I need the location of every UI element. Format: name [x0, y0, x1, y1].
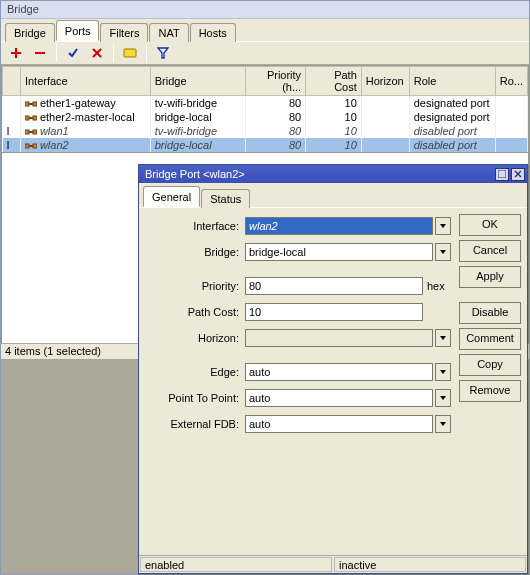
- interface-dropdown[interactable]: [435, 217, 451, 235]
- svg-rect-14: [498, 170, 506, 178]
- svg-rect-1: [124, 49, 136, 57]
- disable-icon[interactable]: [86, 43, 108, 63]
- separator: [56, 44, 57, 62]
- tab-hosts[interactable]: Hosts: [190, 23, 236, 42]
- bridge-dropdown[interactable]: [435, 243, 451, 261]
- label-edge: Edge:: [145, 366, 245, 378]
- cancel-button[interactable]: Cancel: [459, 240, 521, 262]
- svg-rect-10: [33, 130, 37, 134]
- ports-table[interactable]: Interface Bridge Priority (h... Path Cos…: [1, 65, 529, 153]
- dialog-title: Bridge Port <wlan2>: [145, 168, 245, 180]
- label-bridge: Bridge:: [145, 246, 245, 258]
- filter-icon[interactable]: [152, 43, 174, 63]
- dialog-status: enabled inactive: [139, 555, 527, 573]
- window-title: Bridge: [1, 1, 529, 19]
- separator: [146, 44, 147, 62]
- label-interface: Interface:: [145, 220, 245, 232]
- bridge-field[interactable]: bridge-local: [245, 243, 433, 261]
- port-icon: [25, 128, 37, 136]
- close-icon[interactable]: [511, 168, 525, 181]
- dlg-tab-status[interactable]: Status: [201, 189, 250, 208]
- svg-rect-0: [35, 52, 45, 54]
- horizon-dropdown[interactable]: [435, 329, 451, 347]
- table-row[interactable]: Iwlan2bridge-local8010disabled port: [3, 138, 528, 152]
- extfdb-dropdown[interactable]: [435, 415, 451, 433]
- ptp-dropdown[interactable]: [435, 389, 451, 407]
- svg-rect-2: [25, 102, 29, 106]
- port-icon: [25, 100, 37, 108]
- dialog-buttons: OK Cancel Apply Disable Comment Copy Rem…: [457, 208, 527, 555]
- port-icon: [25, 142, 37, 150]
- col-extra[interactable]: Ro...: [495, 67, 527, 96]
- comment-icon[interactable]: [119, 43, 141, 63]
- ptp-field[interactable]: auto: [245, 389, 433, 407]
- svg-rect-6: [29, 117, 33, 119]
- disable-button[interactable]: Disable: [459, 302, 521, 324]
- tab-bridge[interactable]: Bridge: [5, 23, 55, 42]
- pathcost-field[interactable]: 10: [245, 303, 423, 321]
- svg-rect-9: [29, 131, 33, 133]
- svg-rect-4: [33, 102, 37, 106]
- table-row[interactable]: ether1-gatewaytv-wifi-bridge8010designat…: [3, 96, 528, 111]
- remove-icon[interactable]: [29, 43, 51, 63]
- remove-button[interactable]: Remove: [459, 380, 521, 402]
- col-role[interactable]: Role: [409, 67, 495, 96]
- label-ptp: Point To Point:: [145, 392, 245, 404]
- tab-ports[interactable]: Ports: [56, 20, 100, 41]
- svg-rect-5: [25, 116, 29, 120]
- col-priority[interactable]: Priority (h...: [246, 67, 306, 96]
- toolbar: [1, 41, 529, 65]
- svg-rect-8: [25, 130, 29, 134]
- bridge-port-dialog: Bridge Port <wlan2> General Status Inter…: [138, 164, 528, 574]
- status-cell-inactive: inactive: [334, 557, 526, 572]
- label-pathcost: Path Cost:: [145, 306, 245, 318]
- ok-button[interactable]: OK: [459, 214, 521, 236]
- svg-rect-12: [29, 145, 33, 147]
- col-interface[interactable]: Interface: [20, 67, 150, 96]
- separator: [113, 44, 114, 62]
- dlg-tab-general[interactable]: General: [143, 186, 200, 207]
- table-row[interactable]: Iwlan1tv-wifi-bridge8010disabled port: [3, 124, 528, 138]
- restore-icon[interactable]: [495, 168, 509, 181]
- add-icon[interactable]: [5, 43, 27, 63]
- apply-button[interactable]: Apply: [459, 266, 521, 288]
- table-header-row: Interface Bridge Priority (h... Path Cos…: [3, 67, 528, 96]
- label-extfdb: External FDB:: [145, 418, 245, 430]
- svg-rect-13: [33, 144, 37, 148]
- dialog-tabs: General Status: [139, 183, 527, 207]
- status-cell-enabled: enabled: [140, 557, 332, 572]
- col-horizon[interactable]: Horizon: [361, 67, 409, 96]
- label-horizon: Horizon:: [145, 332, 245, 344]
- interface-field[interactable]: wlan2: [245, 217, 433, 235]
- dialog-titlebar[interactable]: Bridge Port <wlan2>: [139, 165, 527, 183]
- svg-rect-11: [25, 144, 29, 148]
- comment-button[interactable]: Comment: [459, 328, 521, 350]
- dialog-form: Interface: wlan2 Bridge: bridge-local Pr…: [139, 208, 457, 555]
- main-tabs: Bridge Ports Filters NAT Hosts: [1, 19, 529, 41]
- tab-nat[interactable]: NAT: [149, 23, 188, 42]
- priority-unit: hex: [427, 280, 451, 292]
- enable-icon[interactable]: [62, 43, 84, 63]
- svg-rect-3: [29, 103, 33, 105]
- extfdb-field[interactable]: auto: [245, 415, 433, 433]
- port-icon: [25, 114, 37, 122]
- edge-field[interactable]: auto: [245, 363, 433, 381]
- priority-field[interactable]: 80: [245, 277, 423, 295]
- tab-filters[interactable]: Filters: [100, 23, 148, 42]
- copy-button[interactable]: Copy: [459, 354, 521, 376]
- table-row[interactable]: ether2-master-localbridge-local8010desig…: [3, 110, 528, 124]
- label-priority: Priority:: [145, 280, 245, 292]
- col-bridge[interactable]: Bridge: [150, 67, 246, 96]
- col-pathcost[interactable]: Path Cost: [306, 67, 362, 96]
- edge-dropdown[interactable]: [435, 363, 451, 381]
- horizon-field[interactable]: [245, 329, 433, 347]
- col-flag[interactable]: [3, 67, 21, 96]
- svg-rect-7: [33, 116, 37, 120]
